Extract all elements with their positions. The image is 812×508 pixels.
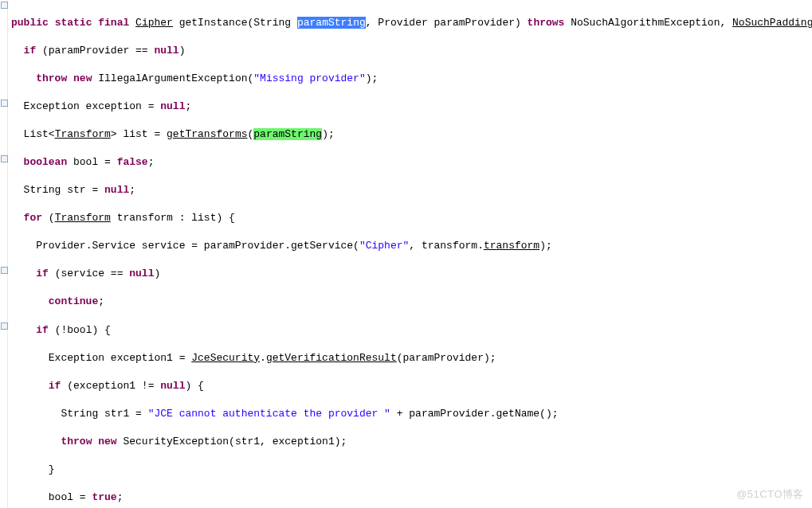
code-line: bool = true; <box>11 490 812 505</box>
code-line: Provider.Service service = paramProvider… <box>11 239 812 253</box>
code-block: public static final Cipher getInstance(S… <box>11 2 812 508</box>
code-line: public static final Cipher getInstance(S… <box>11 16 812 30</box>
fold-marker-icon[interactable] <box>1 100 8 107</box>
code-line: if (!bool) { <box>11 323 812 338</box>
code-line: List<Transform> list = getTransforms(par… <box>11 127 812 142</box>
code-line: Exception exception1 = JceSecurity.getVe… <box>11 351 812 365</box>
code-line: for (Transform transform : list) { <box>11 211 812 225</box>
code-line: Exception exception = null; <box>11 100 812 114</box>
code-line: String str1 = "JCE cannot authenticate t… <box>11 407 812 421</box>
code-line: if (exception1 != null) { <box>11 379 812 393</box>
code-line: if (paramProvider == null) <box>11 44 812 58</box>
code-line: continue; <box>11 295 812 309</box>
fold-marker-icon[interactable] <box>1 155 8 162</box>
occurrence-highlight: paramString <box>253 128 322 140</box>
code-line: String str = null; <box>11 183 812 197</box>
code-line: if (service == null) <box>11 267 812 281</box>
fold-marker-icon[interactable] <box>1 2 8 9</box>
code-line: throw new IllegalArgumentException("Miss… <box>11 72 812 86</box>
fold-marker-icon[interactable] <box>1 267 8 274</box>
fold-marker-icon[interactable] <box>1 322 8 330</box>
code-line: boolean bool = false; <box>11 155 812 170</box>
code-line: } <box>11 463 812 477</box>
selection-highlight: paramString <box>297 17 366 29</box>
editor-gutter <box>0 0 8 508</box>
code-line: throw new SecurityException(str1, except… <box>11 435 812 449</box>
